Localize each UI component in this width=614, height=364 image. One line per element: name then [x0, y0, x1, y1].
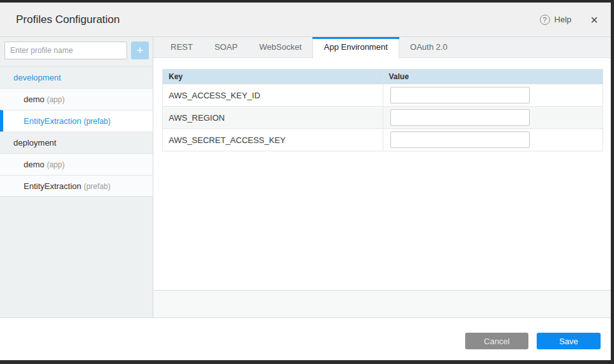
- profiles-tree: development demo (app) EntityExtraction …: [0, 66, 153, 197]
- env-key: AWS_SECRET_ACCESS_KEY: [163, 129, 383, 151]
- tab-soap[interactable]: SOAP: [204, 37, 249, 57]
- env-key: AWS_REGION: [163, 107, 383, 129]
- tree-item-label: deployment: [13, 138, 56, 148]
- dialog-header: Profiles Configuration ? Help ×: [0, 3, 611, 37]
- tree-item-label: demo: [24, 160, 45, 169]
- header-actions: ? Help ×: [540, 13, 598, 26]
- tree-item-suffix: (prefab): [84, 117, 111, 126]
- tree-item-label: EntityExtraction: [24, 116, 81, 126]
- tab-websocket[interactable]: WebSocket: [249, 37, 312, 57]
- profiles-sidebar: + development demo (app) EntityExtractio…: [0, 37, 153, 317]
- tree-item-development[interactable]: development: [0, 66, 153, 88]
- table-row: AWS_REGION: [163, 107, 603, 129]
- table-header-row: Key Value: [163, 70, 603, 84]
- column-header-key: Key: [163, 70, 383, 84]
- tree-item-demo-app-2[interactable]: demo (app): [0, 153, 153, 175]
- profile-name-input[interactable]: [4, 42, 127, 59]
- environment-table: Key Value AWS_ACCESS_KEY_ID AWS_REGION: [162, 69, 603, 151]
- cancel-button[interactable]: Cancel: [465, 333, 528, 349]
- table-row: AWS_SECRET_ACCESS_KEY: [163, 129, 603, 151]
- save-button[interactable]: Save: [537, 333, 601, 349]
- tab-app-environment[interactable]: App Environment: [312, 37, 399, 58]
- help-link[interactable]: Help: [555, 15, 572, 24]
- env-value-input-aws-region[interactable]: [390, 109, 530, 126]
- tree-item-suffix: (app): [47, 160, 65, 169]
- tree-item-demo-app[interactable]: demo (app): [0, 88, 153, 110]
- tree-item-deployment[interactable]: deployment: [0, 132, 153, 153]
- table-row: AWS_ACCESS_KEY_ID: [163, 84, 603, 107]
- profiles-configuration-dialog: Profiles Configuration ? Help × + develo…: [0, 3, 611, 360]
- env-value-input-aws-secret-access-key[interactable]: [390, 132, 530, 148]
- tree-item-suffix: (prefab): [84, 182, 111, 191]
- tree-item-entityextraction-prefab-2[interactable]: EntityExtraction (prefab): [0, 175, 153, 197]
- dialog-body: + development demo (app) EntityExtractio…: [0, 37, 611, 318]
- page-title: Profiles Configuration: [16, 13, 120, 26]
- help-icon[interactable]: ?: [540, 15, 550, 25]
- close-icon[interactable]: ×: [590, 13, 598, 26]
- tree-item-label: development: [13, 73, 61, 82]
- app-environment-content: Key Value AWS_ACCESS_KEY_ID AWS_REGION: [153, 58, 611, 290]
- env-value-input-aws-access-key-id[interactable]: [390, 87, 530, 103]
- settings-panel: REST SOAP WebSocket App Environment OAut…: [153, 37, 611, 317]
- profile-create-row: +: [0, 37, 153, 59]
- tab-rest[interactable]: REST: [160, 37, 204, 57]
- add-profile-button[interactable]: +: [131, 42, 149, 59]
- dialog-footer: Cancel Save: [0, 318, 611, 360]
- env-key: AWS_ACCESS_KEY_ID: [163, 84, 383, 107]
- panel-footer-strip: [153, 290, 611, 317]
- column-header-value: Value: [383, 70, 603, 84]
- tree-item-entityextraction-prefab[interactable]: EntityExtraction (prefab): [0, 110, 153, 132]
- tree-item-suffix: (app): [47, 95, 65, 104]
- tab-bar: REST SOAP WebSocket App Environment OAut…: [153, 37, 611, 58]
- tree-item-label: demo: [24, 95, 45, 104]
- tree-item-label: EntityExtraction: [24, 181, 81, 191]
- tab-oauth[interactable]: OAuth 2.0: [399, 37, 459, 57]
